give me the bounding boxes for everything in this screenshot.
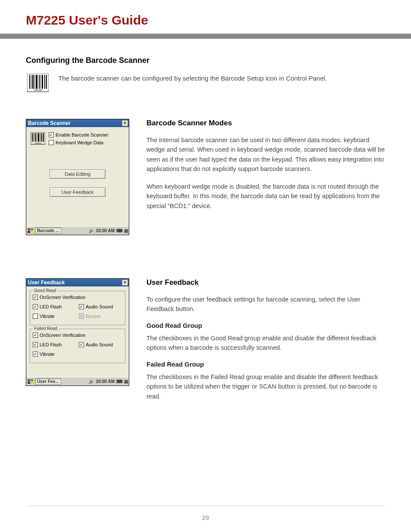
start-icon[interactable] — [27, 228, 34, 234]
good-led-label: LED Flash — [40, 304, 62, 309]
svg-rect-24 — [28, 231, 30, 233]
good-vibrate-label: Vibrate — [40, 314, 55, 319]
barcode-icon: 7010150 — [31, 132, 45, 145]
failed-read-group: Failed Read OnScreen Verification LED Fl… — [30, 329, 125, 363]
svg-rect-14 — [34, 133, 34, 142]
svg-rect-16 — [37, 133, 37, 142]
user-feedback-window: User Feedback × Good Read OnScreen Verif… — [26, 278, 129, 386]
svg-rect-19 — [41, 133, 42, 142]
desktop-icon[interactable]: ▤ — [124, 228, 128, 233]
window-title: Barcode Scanner — [28, 120, 71, 126]
good-vibrate-checkbox[interactable] — [33, 314, 38, 319]
failed-read-heading: Failed Read Group — [146, 361, 385, 368]
failed-audio-label: Audio Sound — [86, 342, 113, 347]
enable-barcode-checkbox[interactable] — [49, 132, 54, 137]
taskbar-task[interactable]: Barcode ... — [35, 227, 61, 234]
user-feedback-button[interactable]: User Feedback — [50, 187, 106, 197]
keyboard-icon[interactable]: ⌨ — [116, 379, 122, 384]
failed-audio-checkbox[interactable] — [79, 342, 84, 347]
svg-rect-7 — [40, 75, 41, 89]
taskbar-time: 10:00 AM — [96, 228, 115, 233]
good-onscreen-label: OnScreen Verification — [40, 295, 85, 300]
tray-icon[interactable]: 🔊 — [89, 379, 94, 384]
svg-rect-8 — [42, 75, 43, 89]
good-beeper-checkbox — [79, 314, 84, 319]
good-led-checkbox[interactable] — [33, 304, 38, 309]
failed-vibrate-label: Vibrate — [40, 352, 55, 357]
good-read-heading: Good Read Group — [146, 322, 385, 329]
svg-rect-15 — [35, 133, 36, 142]
good-read-legend: Good Read — [33, 288, 57, 293]
svg-rect-2 — [31, 75, 31, 89]
svg-rect-4 — [34, 75, 35, 89]
page-number: 29 — [0, 514, 411, 521]
divider-bar — [0, 34, 411, 39]
close-icon[interactable]: × — [122, 120, 128, 126]
svg-rect-20 — [43, 133, 44, 142]
desktop-icon[interactable]: ▤ — [124, 379, 128, 384]
good-onscreen-checkbox[interactable] — [33, 295, 38, 300]
svg-rect-23 — [31, 228, 33, 230]
modes-heading: Barcode Scanner Modes — [146, 119, 385, 128]
svg-rect-6 — [39, 75, 40, 89]
data-editing-button[interactable]: Data Editing — [50, 169, 106, 179]
failed-onscreen-checkbox[interactable] — [33, 333, 38, 338]
svg-rect-18 — [40, 133, 40, 142]
start-icon[interactable] — [27, 379, 34, 385]
close-icon[interactable]: × — [122, 280, 128, 286]
page-title: M7225 User's Guide — [0, 0, 411, 34]
svg-rect-13 — [32, 133, 33, 142]
modes-p2: When keyboard wedge mode is disabled, th… — [146, 182, 385, 211]
svg-rect-25 — [31, 231, 33, 233]
svg-rect-29 — [31, 382, 33, 384]
good-read-group: Good Read OnScreen Verification LED Flas… — [30, 291, 125, 325]
svg-rect-22 — [28, 228, 30, 230]
taskbar-task[interactable]: User Fee... — [35, 378, 61, 385]
svg-rect-1 — [29, 75, 30, 89]
svg-rect-5 — [36, 75, 37, 89]
svg-rect-17 — [38, 133, 39, 142]
keyboard-icon[interactable]: ⌨ — [116, 228, 122, 233]
failed-led-label: LED Flash — [40, 342, 62, 347]
taskbar-time: 10:00 AM — [96, 379, 115, 384]
tray-icon[interactable]: 🔊 — [89, 228, 94, 233]
failed-read-text: The checkboxes in the Failed Read group … — [146, 372, 385, 401]
svg-text:7010150: 7010150 — [34, 142, 41, 144]
window-title: User Feedback — [28, 280, 65, 286]
svg-rect-3 — [32, 75, 34, 89]
footer-rule — [26, 506, 385, 506]
good-audio-checkbox[interactable] — [79, 304, 84, 309]
svg-rect-28 — [28, 382, 30, 384]
intro-text: The barcode scanner can be configured by… — [58, 74, 327, 83]
barcode-scanner-window: Barcode Scanner × — [26, 119, 129, 235]
failed-read-legend: Failed Read — [33, 326, 59, 331]
svg-rect-10 — [46, 75, 47, 89]
good-read-text: The checkboxes in the Good Read group en… — [146, 333, 385, 353]
keyboard-wedge-label: Keyboard Wedge Data — [56, 140, 103, 145]
failed-led-checkbox[interactable] — [33, 342, 38, 347]
svg-rect-9 — [44, 75, 45, 89]
modes-p1: The internal barcode scanner can be used… — [146, 135, 385, 174]
failed-onscreen-label: OnScreen Verification — [40, 333, 85, 338]
svg-text:7010150: 7010150 — [34, 89, 42, 91]
good-beeper-label: Beeper — [86, 314, 101, 319]
enable-barcode-label: Enable Barcode Scanner — [56, 132, 108, 137]
barcode-setup-icon: 7010150 — [26, 74, 50, 97]
user-feedback-p1: To configure the user feedback settings … — [146, 295, 385, 314]
good-audio-label: Audio Sound — [86, 304, 113, 309]
user-feedback-heading: User Feedback — [146, 278, 385, 287]
svg-rect-26 — [28, 379, 30, 381]
failed-vibrate-checkbox[interactable] — [33, 352, 38, 357]
svg-rect-27 — [31, 379, 33, 381]
keyboard-wedge-checkbox[interactable] — [49, 140, 54, 145]
section-heading: Configuring the Barcode Scanner — [26, 56, 385, 65]
